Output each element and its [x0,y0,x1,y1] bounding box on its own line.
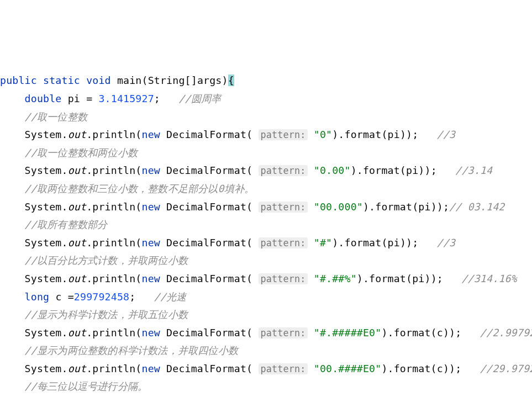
string-literal: "00.000" [314,201,363,213]
method-format: format [369,273,406,284]
keyword-public: public [0,75,37,86]
arg-pi: pi [388,237,400,248]
keyword-new: new [142,165,160,176]
field-out: out [68,327,86,338]
class-system: System [25,201,62,213]
method-format: format [394,363,431,374]
method-println: println [92,165,135,176]
comment: //3.14 [455,165,492,176]
arg-pi: pi [406,165,418,176]
class-decimalformat: DecimalFormat [166,273,246,284]
method-println: println [92,237,135,248]
code-line: //取所有整数部分 [0,216,532,234]
comment: //取一位整数和两位小数 [25,147,138,158]
code-line: System.out.println(new DecimalFormat( pa… [0,198,532,216]
keyword-long: long [25,291,50,303]
literal-pi: 3.1415927 [98,93,154,104]
param-hint: pattern: [259,129,307,140]
brace-open: { [228,75,234,86]
code-line: System.out.println(new DecimalFormat( pa… [0,324,532,342]
string-literal: "0" [314,129,332,140]
code-line: //取两位整数和三位小数，整数不足部分以0填补。 [0,180,532,198]
method-format: format [394,327,431,338]
string-literal: "00.####E0" [314,363,382,374]
var-pi: pi [68,93,80,104]
method-format: format [363,165,400,176]
arg-pi: pi [412,273,424,284]
class-system: System [25,237,62,248]
code-line: long c =299792458; //光速 [0,288,532,306]
keyword-void: void [86,75,111,86]
class-system: System [25,273,62,284]
param-args: args [197,75,222,86]
code-line: System.out.println(new DecimalFormat( pa… [0,270,532,288]
method-println: println [92,129,135,140]
comment: //314.16% [461,273,517,284]
class-decimalformat: DecimalFormat [166,363,246,374]
comment: //29.9792E7 [480,363,532,374]
field-out: out [68,129,86,140]
literal-c: 299792458 [74,291,129,303]
method-println: println [92,201,135,213]
keyword-new: new [142,273,160,284]
keyword-new: new [142,363,160,374]
field-out: out [68,237,86,248]
class-system: System [25,327,62,338]
type-string: String [148,75,185,86]
comment: //圆周率 [178,93,221,104]
method-format: format [345,237,382,248]
code-line: //显示为两位整数的科学计数法，并取四位小数 [0,342,532,360]
field-out: out [68,273,86,284]
class-decimalformat: DecimalFormat [166,201,246,213]
method-println: println [92,327,135,338]
arg-pi: pi [418,201,430,213]
method-format: format [345,129,382,140]
field-out: out [68,201,86,213]
arg-c: c [437,327,443,338]
code-line: //取一位整数 [0,108,532,126]
comment: //3 [437,237,455,248]
param-hint: pattern: [259,273,307,284]
class-system: System [25,363,62,374]
param-hint: pattern: [259,327,307,338]
comment: //以百分比方式计数，并取两位小数 [25,255,188,266]
keyword-new: new [142,201,160,213]
comment: //显示为两位整数的科学计数法，并取四位小数 [25,345,238,356]
string-literal: "#.#####E0" [314,327,382,338]
param-hint: pattern: [259,237,307,248]
code-line: public static void main(String[]args){ [0,72,532,90]
code-editor[interactable]: public static void main(String[]args){ d… [0,72,532,397]
method-name: main [117,75,142,86]
keyword-new: new [142,237,160,248]
comment: // 03.142 [449,201,504,213]
class-decimalformat: DecimalFormat [166,327,246,338]
method-format: format [375,201,412,213]
code-line: //显示为科学计数法，并取五位小数 [0,306,532,324]
method-println: println [92,363,135,374]
comment: //3 [437,129,455,140]
param-hint: pattern: [259,202,307,213]
method-println: println [92,273,135,284]
comment: //取一位整数 [25,111,87,123]
comment: //取两位整数和三位小数，整数不足部分以0填补。 [25,183,255,194]
keyword-new: new [142,129,160,140]
code-line: System.out.println(new DecimalFormat( pa… [0,360,532,378]
field-out: out [68,363,86,374]
arg-pi: pi [388,129,400,140]
comment: //光速 [154,291,187,303]
var-c: c [55,291,61,303]
code-line: double pi = 3.1415927; //圆周率 [0,90,532,108]
param-hint: pattern: [259,363,307,374]
keyword-static: static [43,75,80,86]
string-literal: "#.##%" [314,273,357,284]
comment: //取所有整数部分 [25,219,108,230]
param-hint: pattern: [259,165,307,176]
comment: //每三位以逗号进行分隔。 [25,380,148,392]
keyword-new: new [142,327,160,338]
class-system: System [25,129,62,140]
code-line: System.out.println(new DecimalFormat( pa… [0,234,532,252]
comment: //显示为科学计数法，并取五位小数 [25,309,188,320]
field-out: out [68,165,86,176]
class-decimalformat: DecimalFormat [166,129,246,140]
class-decimalformat: DecimalFormat [166,165,246,176]
